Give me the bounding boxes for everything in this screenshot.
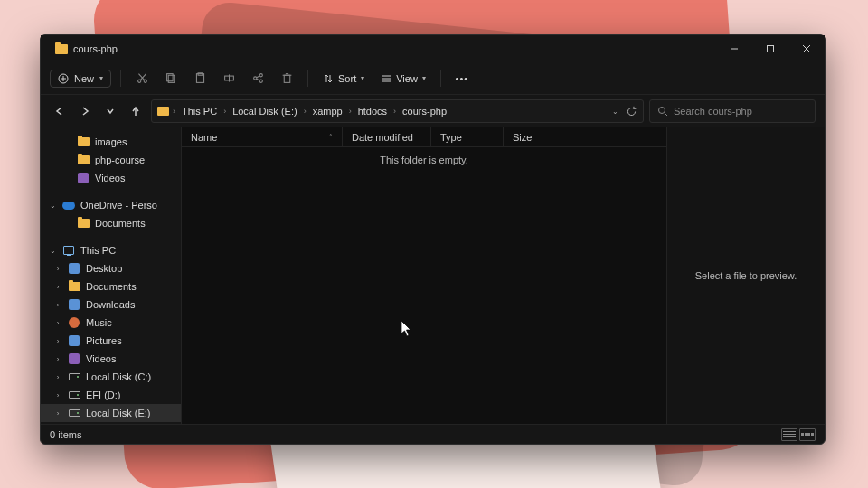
status-text: 0 items bbox=[50, 429, 81, 440]
sidebar-item-php-course[interactable]: php-course bbox=[41, 151, 181, 169]
rename-button[interactable] bbox=[217, 67, 241, 90]
view-label: View bbox=[396, 73, 418, 84]
svg-rect-22 bbox=[284, 75, 290, 82]
svg-line-21 bbox=[256, 79, 259, 80]
up-button[interactable] bbox=[126, 101, 146, 121]
minimize-button[interactable] bbox=[716, 35, 752, 62]
column-date[interactable]: Date modified bbox=[343, 127, 431, 146]
search-icon bbox=[657, 106, 668, 117]
breadcrumb-segment[interactable]: htdocs bbox=[355, 106, 390, 117]
window-controls bbox=[716, 35, 825, 62]
sidebar-item-documents[interactable]: ›Documents bbox=[41, 277, 181, 296]
column-headers: Name˄ Date modified Type Size bbox=[182, 127, 666, 147]
svg-point-31 bbox=[659, 108, 665, 114]
sidebar-item-this-pc[interactable]: ⌄This PC bbox=[41, 241, 181, 259]
thumbnails-view-button[interactable] bbox=[799, 428, 816, 441]
navigation-row: › This PC › Local Disk (E:) › xampp › ht… bbox=[41, 95, 825, 127]
sort-label: Sort bbox=[338, 73, 356, 84]
forward-button[interactable] bbox=[75, 101, 95, 121]
chevron-down-icon: ▾ bbox=[99, 74, 103, 82]
breadcrumb-segment[interactable]: xampp bbox=[310, 106, 345, 117]
sidebar-item-onedrive-documents[interactable]: Documents bbox=[41, 214, 181, 232]
maximize-button[interactable] bbox=[752, 35, 788, 62]
titlebar: cours-php bbox=[41, 35, 825, 62]
content-area: Name˄ Date modified Type Size This folde… bbox=[182, 127, 666, 424]
sidebar-item-videos[interactable]: Videos bbox=[41, 169, 181, 187]
sort-indicator-icon: ˄ bbox=[329, 134, 333, 141]
sidebar-item-onedrive[interactable]: ⌄OneDrive - Perso bbox=[41, 196, 181, 214]
sidebar: images php-course Videos ⌄OneDrive - Per… bbox=[41, 127, 182, 424]
chevron-right-icon: › bbox=[171, 107, 177, 116]
sidebar-item-drive-c[interactable]: ›Local Disk (C:) bbox=[41, 368, 181, 386]
toolbar: New ▾ Sort ▾ View ▾ ••• bbox=[41, 62, 825, 95]
status-bar: 0 items bbox=[41, 424, 825, 444]
folder-icon bbox=[157, 107, 169, 116]
view-toggles bbox=[781, 428, 816, 441]
folder-icon bbox=[55, 44, 68, 54]
preview-placeholder: Select a file to preview. bbox=[695, 270, 797, 281]
more-button[interactable]: ••• bbox=[450, 67, 474, 90]
view-button[interactable]: View ▾ bbox=[375, 73, 431, 84]
sidebar-item-desktop[interactable]: ›Desktop bbox=[41, 259, 181, 277]
column-size[interactable]: Size bbox=[504, 127, 552, 146]
search-placeholder: Search cours-php bbox=[674, 106, 752, 117]
cut-button[interactable] bbox=[130, 67, 154, 90]
search-input[interactable]: Search cours-php bbox=[649, 99, 816, 123]
close-button[interactable] bbox=[788, 35, 825, 62]
preview-pane: Select a file to preview. bbox=[666, 127, 825, 424]
sidebar-item-videos-pc[interactable]: ›Videos bbox=[41, 350, 181, 368]
copy-button[interactable] bbox=[159, 67, 183, 90]
svg-line-32 bbox=[665, 113, 667, 116]
column-name[interactable]: Name˄ bbox=[182, 127, 343, 146]
empty-folder-message: This folder is empty. bbox=[182, 147, 666, 173]
window-tab[interactable]: cours-php bbox=[46, 40, 127, 58]
svg-point-18 bbox=[253, 77, 256, 80]
back-button[interactable] bbox=[50, 101, 70, 121]
sidebar-item-images[interactable]: images bbox=[41, 133, 181, 151]
paste-button[interactable] bbox=[188, 67, 212, 90]
recent-button[interactable] bbox=[100, 101, 120, 121]
new-button[interactable]: New ▾ bbox=[50, 70, 111, 88]
chevron-right-icon: › bbox=[222, 107, 228, 116]
chevron-right-icon: › bbox=[392, 107, 398, 116]
explorer-window: cours-php New ▾ Sor bbox=[40, 34, 826, 445]
chevron-right-icon: › bbox=[302, 107, 308, 116]
svg-line-20 bbox=[256, 76, 259, 78]
share-button[interactable] bbox=[246, 67, 269, 90]
address-bar[interactable]: › This PC › Local Disk (E:) › xampp › ht… bbox=[151, 99, 644, 123]
breadcrumb-segment[interactable]: cours-php bbox=[400, 106, 449, 117]
breadcrumb-segment[interactable]: This PC bbox=[179, 106, 220, 117]
sidebar-item-drive-d[interactable]: ›EFI (D:) bbox=[41, 386, 181, 404]
sidebar-item-drive-e[interactable]: ›Local Disk (E:) bbox=[41, 404, 181, 422]
svg-rect-1 bbox=[768, 46, 774, 52]
refresh-icon[interactable] bbox=[626, 106, 637, 117]
column-type[interactable]: Type bbox=[431, 127, 504, 146]
new-label: New bbox=[74, 73, 94, 84]
chevron-down-icon: ▾ bbox=[361, 74, 364, 82]
sidebar-item-downloads[interactable]: ›Downloads bbox=[41, 296, 181, 314]
sidebar-item-pictures[interactable]: ›Pictures bbox=[41, 332, 181, 350]
chevron-right-icon: › bbox=[347, 107, 354, 116]
body: images php-course Videos ⌄OneDrive - Per… bbox=[41, 127, 825, 424]
svg-point-17 bbox=[259, 74, 262, 77]
svg-point-19 bbox=[259, 80, 262, 82]
details-view-button[interactable] bbox=[781, 428, 797, 441]
sort-button[interactable]: Sort ▾ bbox=[317, 73, 370, 84]
sidebar-item-music[interactable]: ›Music bbox=[41, 314, 181, 332]
chevron-down-icon[interactable]: ⌄ bbox=[612, 108, 618, 116]
delete-button[interactable] bbox=[275, 67, 298, 90]
breadcrumb-segment[interactable]: Local Disk (E:) bbox=[230, 106, 300, 117]
window-title: cours-php bbox=[73, 43, 118, 54]
chevron-down-icon: ▾ bbox=[422, 74, 426, 82]
